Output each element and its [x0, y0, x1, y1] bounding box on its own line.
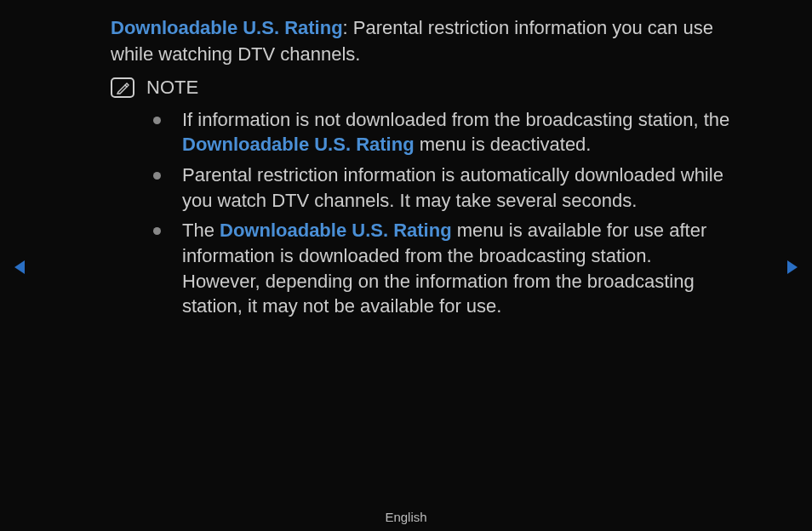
- note-bullet-list: If information is not downloaded from th…: [111, 107, 732, 320]
- triangle-right-icon: [786, 259, 799, 276]
- note-label: NOTE: [146, 77, 198, 99]
- help-content: Downloadable U.S. Rating: Parental restr…: [0, 0, 775, 319]
- bullet-pre: If information is not downloaded from th…: [182, 109, 729, 130]
- triangle-left-icon: [13, 259, 26, 276]
- list-item: The Downloadable U.S. Rating menu is ava…: [153, 218, 732, 319]
- note-icon: [111, 77, 134, 98]
- note-header: NOTE: [111, 77, 732, 99]
- intro-paragraph: Downloadable U.S. Rating: Parental restr…: [111, 15, 732, 68]
- list-item: Parental restriction information is auto…: [153, 163, 732, 213]
- nav-next-button[interactable]: [786, 259, 799, 276]
- svg-marker-0: [14, 260, 25, 274]
- bullet-post: menu is deactivated.: [415, 134, 592, 155]
- footer-language: English: [0, 510, 812, 524]
- list-item: If information is not downloaded from th…: [153, 107, 732, 157]
- intro-highlight: Downloadable U.S. Rating: [111, 17, 343, 38]
- nav-prev-button[interactable]: [13, 259, 26, 276]
- svg-marker-1: [787, 260, 798, 274]
- bullet-highlight: Downloadable U.S. Rating: [220, 220, 452, 241]
- bullet-pre: The: [182, 220, 220, 241]
- bullet-highlight: Downloadable U.S. Rating: [182, 134, 415, 155]
- bullet-pre: Parental restriction information is auto…: [182, 164, 723, 211]
